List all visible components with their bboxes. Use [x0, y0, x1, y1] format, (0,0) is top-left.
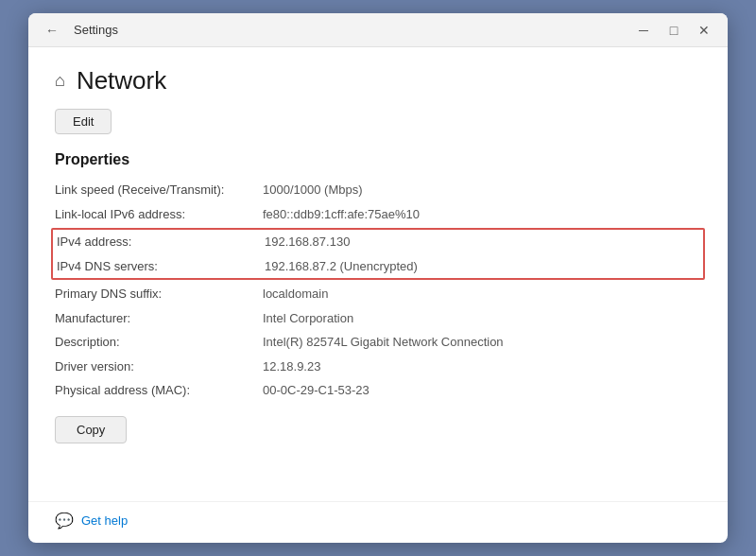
- prop-value: localdomain: [263, 285, 701, 304]
- table-row: Primary DNS suffix: localdomain: [55, 282, 701, 306]
- prop-value: 00-0C-29-C1-53-23: [263, 381, 701, 400]
- home-icon: ⌂: [55, 71, 65, 91]
- table-row: Link speed (Receive/Transmit): 1000/1000…: [55, 178, 701, 202]
- close-button[interactable]: ✕: [692, 18, 716, 43]
- help-icon: 💬: [55, 512, 74, 530]
- title-bar-left: ← Settings: [40, 18, 118, 43]
- footer: 💬 Get help: [28, 501, 728, 543]
- copy-button[interactable]: Copy: [55, 416, 127, 443]
- back-button[interactable]: ←: [40, 18, 64, 43]
- page-header: ⌂ Network: [55, 66, 701, 96]
- prop-label: Description:: [55, 333, 263, 352]
- table-row: Manufacturer: Intel Corporation: [55, 306, 701, 331]
- main-content: ⌂ Network Edit Properties Link speed (Re…: [28, 47, 728, 501]
- properties-section: Properties Link speed (Receive/Transmit)…: [55, 151, 701, 403]
- prop-value: 12.18.9.23: [263, 357, 701, 376]
- window-controls: ─ □ ✕: [631, 18, 716, 43]
- table-row: Driver version: 12.18.9.23: [55, 355, 701, 379]
- properties-rows: Link speed (Receive/Transmit): 1000/1000…: [55, 178, 701, 403]
- prop-label: IPv4 DNS servers:: [57, 257, 265, 276]
- prop-label: Driver version:: [55, 357, 263, 376]
- table-row: IPv4 DNS servers: 192.168.87.2 (Unencryp…: [57, 254, 699, 279]
- table-row: Link-local IPv6 address: fe80::ddb9:1cff…: [55, 202, 701, 227]
- window-title: Settings: [74, 23, 118, 37]
- prop-label: Physical address (MAC):: [55, 381, 263, 400]
- title-bar: ← Settings ─ □ ✕: [28, 13, 728, 47]
- maximize-button[interactable]: □: [662, 18, 686, 43]
- settings-window: ← Settings ─ □ ✕ ⌂ Network Edit Properti…: [28, 13, 728, 543]
- prop-value: Intel Corporation: [263, 309, 701, 328]
- highlighted-rows-wrapper: IPv4 address: 192.168.87.130 IPv4 DNS se…: [51, 228, 705, 280]
- prop-label: Primary DNS suffix:: [55, 285, 263, 304]
- prop-label: Manufacturer:: [55, 309, 263, 328]
- prop-value: fe80::ddb9:1cff:afe:75ae%10: [263, 205, 701, 224]
- section-title: Properties: [55, 151, 701, 168]
- prop-value: 192.168.87.2 (Unencrypted): [265, 257, 699, 276]
- prop-value: 1000/1000 (Mbps): [263, 181, 701, 200]
- table-row: Physical address (MAC): 00-0C-29-C1-53-2…: [55, 378, 701, 403]
- page-title: Network: [77, 66, 166, 96]
- edit-button[interactable]: Edit: [55, 109, 112, 134]
- prop-label: Link speed (Receive/Transmit):: [55, 181, 263, 200]
- minimize-button[interactable]: ─: [631, 18, 656, 43]
- prop-label: Link-local IPv6 address:: [55, 205, 263, 224]
- table-row: Description: Intel(R) 82574L Gigabit Net…: [55, 330, 701, 355]
- prop-label: IPv4 address:: [57, 233, 265, 252]
- table-row: IPv4 address: 192.168.87.130: [57, 230, 699, 254]
- get-help-link[interactable]: Get help: [81, 513, 128, 528]
- prop-value: Intel(R) 82574L Gigabit Network Connecti…: [263, 333, 701, 352]
- prop-value: 192.168.87.130: [265, 233, 699, 252]
